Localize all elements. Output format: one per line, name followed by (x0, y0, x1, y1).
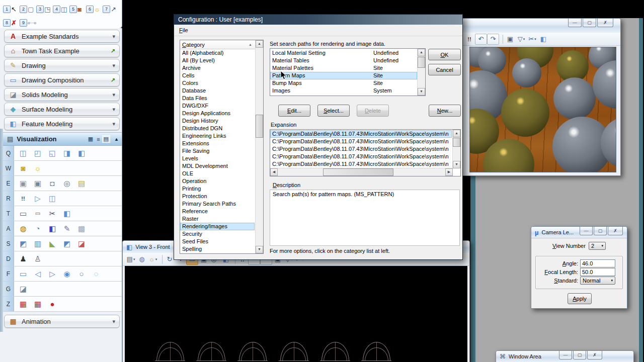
search-path-row[interactable]: Material Palettes Site (270, 64, 417, 72)
delete-setup-icon[interactable]: ◪ (76, 238, 87, 249)
scroll-down-icon[interactable]: ▼ (453, 161, 460, 168)
fence-rect-icon[interactable]: ▭ (18, 208, 29, 219)
chevron-down-icon[interactable]: ▾ (112, 62, 115, 69)
change-view-icon[interactable]: 7 ↗ (103, 2, 119, 13)
chevron-down-icon[interactable]: ↗ (111, 77, 115, 83)
adjust-brightness-icon[interactable]: ☼ (147, 254, 158, 264)
element-selection-icon[interactable]: 1 ↖ (3, 2, 20, 13)
scroll-up-icon[interactable]: ▲ (418, 49, 425, 56)
category-item[interactable]: DWG/DXF (180, 102, 255, 110)
minimize-button[interactable]: — (568, 19, 582, 27)
category-item[interactable]: Extensions (180, 140, 255, 147)
view-attributes-icon[interactable]: ▤ (125, 254, 136, 264)
category-item[interactable]: Archive (180, 64, 255, 72)
icon-view-stacked[interactable]: ▤ (103, 136, 110, 142)
category-item[interactable]: Design History (180, 117, 255, 125)
film-preview-icon[interactable]: ▦ (32, 299, 43, 310)
expansion-path-row[interactable]: C:\ProgramData\Bentley\08.11.07.43\Micro… (270, 130, 452, 138)
configuration-dialog-titlebar[interactable]: Configuration : User [examples] (174, 15, 462, 25)
light-icon[interactable]: 6 ☼ (86, 2, 103, 13)
place-shape-arrow-icon[interactable]: ▷ (47, 268, 58, 280)
expansion-hscrollbar[interactable]: ◀ ▶ (270, 168, 453, 176)
category-item[interactable]: Rendering/Images (180, 223, 255, 230)
cube-clip-icon[interactable]: ◧ (61, 208, 72, 219)
section-drawing[interactable]: ✎ Drawing ▾ (4, 59, 120, 72)
record-icon[interactable]: ● (47, 299, 58, 310)
restore-button[interactable]: ▢ (573, 351, 586, 359)
search-path-row[interactable]: Pattern Maps Site (270, 72, 417, 79)
icon-view-list[interactable]: ≡ (96, 136, 101, 142)
copy-view-icon[interactable]: ▣ (505, 34, 516, 44)
redo-view-icon[interactable]: ↷ (487, 34, 499, 45)
section-feature-modeling[interactable]: ◧ Feature Modeling ▾ (4, 117, 120, 130)
place-shape-rect-icon[interactable]: ▭ (18, 268, 29, 280)
scroll-up-icon[interactable]: ▲ (256, 40, 263, 48)
category-item[interactable]: Colors (180, 79, 255, 87)
category-item[interactable]: Engineering Links (180, 132, 255, 140)
setup-view-icon[interactable]: ◩ (18, 238, 29, 249)
category-item[interactable]: Raster (180, 215, 255, 223)
camera-settings-icon[interactable]: ▣ (32, 178, 43, 189)
place-cone-icon[interactable]: ◨ (61, 148, 72, 159)
section-animation[interactable]: ▦ Animation ▾ (4, 315, 120, 328)
section-surface-modeling[interactable]: ◆ Surface Modeling ▾ (4, 103, 120, 116)
clip-cube-icon[interactable]: ✂ (47, 208, 58, 219)
new-button[interactable]: New... (429, 105, 461, 117)
small-rect-icon[interactable]: ▭ (32, 208, 43, 219)
place-sphere-icon[interactable]: ◰ (32, 148, 43, 159)
camera-selection-icon[interactable]: ◘ (47, 178, 58, 189)
category-item[interactable]: Distributed DGN (180, 125, 255, 132)
scroll-up-icon[interactable]: ▲ (453, 130, 460, 137)
category-column-header[interactable]: Category ▲ (180, 40, 263, 49)
material-can-icon[interactable]: ◍ (18, 223, 29, 234)
models-icon[interactable]: 4 ◫ (53, 2, 69, 13)
color-palette-icon[interactable]: 5 ◙ (69, 2, 86, 13)
scroll-down-icon[interactable]: ▼ (418, 88, 425, 96)
chevron-down-icon[interactable]: ▾ (112, 121, 115, 127)
separator[interactable] (160, 255, 163, 264)
separator[interactable] (501, 35, 503, 44)
expansion-path-row[interactable]: C:\ProgramData\Bentley\08.11.07.43\Micro… (270, 160, 452, 168)
section-drawing-composition[interactable]: ▭ Drawing Composition ↗ (4, 73, 120, 86)
close-button[interactable]: ✗ (608, 227, 623, 235)
apply-material-icon[interactable]: ◔ (32, 223, 43, 234)
expansion-path-row[interactable]: C:\ProgramData\Bentley\08.11.07.43\Micro… (270, 138, 452, 145)
film-icon[interactable]: ▦ (18, 299, 29, 310)
category-item[interactable]: Design Applications (180, 110, 255, 117)
chevron-down-icon[interactable]: ↗ (111, 48, 115, 54)
scroll-down-icon[interactable]: ▼ (256, 246, 263, 253)
select-button[interactable]: Select... (317, 105, 350, 117)
place-shape-ellipse-icon[interactable]: ◌ (91, 268, 102, 280)
render-window-icon[interactable]: ◫ (47, 193, 58, 204)
view-flags-icon[interactable]: !! (464, 34, 475, 44)
assign-material-icon[interactable]: ◧ (47, 223, 58, 234)
close-button[interactable]: ✗ (587, 351, 602, 359)
clip-volume-icon[interactable]: ✂ (527, 34, 538, 44)
field-input[interactable]: 46.0 (580, 259, 615, 267)
category-item[interactable]: Printing (180, 185, 255, 193)
category-item[interactable]: Operation (180, 177, 255, 185)
expansion-vscrollbar[interactable]: ▲ ▼ (452, 130, 460, 168)
freeze-material-icon[interactable]: ▩ (76, 223, 87, 234)
standard-dropdown[interactable]: Normal▾ (580, 277, 615, 285)
search-path-row[interactable]: Material Tables Undefined (270, 57, 417, 64)
category-item[interactable]: OLE (180, 170, 255, 177)
walk-icon[interactable]: ♟ (18, 253, 29, 264)
place-slab-icon[interactable]: ◫ (18, 148, 29, 159)
scroll-thumb[interactable] (256, 115, 263, 138)
section-example-standards[interactable]: A Example Standards ▾ (4, 30, 120, 43)
scroll-thumb[interactable] (453, 138, 460, 147)
view-number-dropdown[interactable]: 2▾ (589, 242, 606, 250)
define-camera-icon[interactable]: ▣ (18, 178, 29, 189)
render-viewport[interactable] (469, 47, 616, 172)
close-button[interactable]: ✗ (597, 19, 613, 27)
paths-scrollbar[interactable]: ▲ ▼ (417, 49, 425, 96)
section-town-task-example[interactable]: ⌂ Town Task Example ↗ (4, 44, 120, 57)
render-flags-icon[interactable]: !! (18, 193, 29, 204)
category-item[interactable]: All (By Level) (180, 57, 255, 64)
field-input[interactable]: 50.0 (580, 268, 615, 276)
undo-view-icon[interactable]: ↶ (475, 34, 487, 45)
display-style-icon[interactable]: ◍ (136, 254, 147, 264)
scroll-thumb[interactable] (323, 168, 393, 176)
category-item[interactable]: File Saving (180, 147, 255, 155)
